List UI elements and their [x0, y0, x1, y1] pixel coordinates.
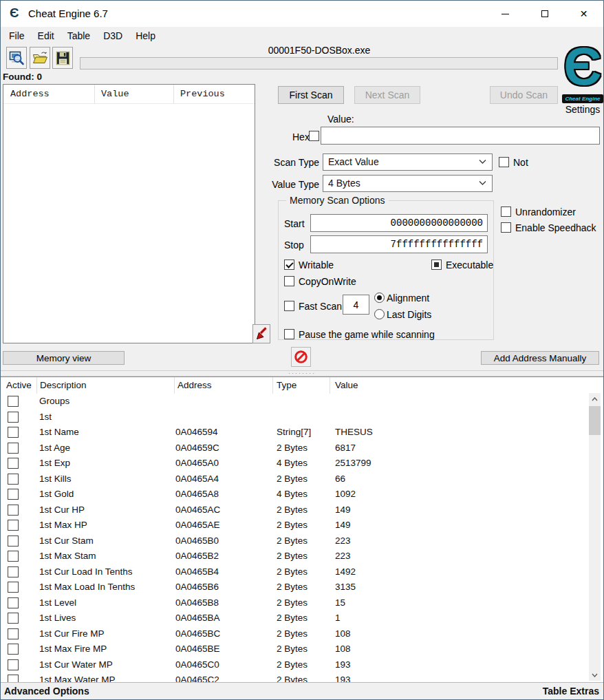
row-active-checkbox[interactable]	[8, 505, 19, 516]
table-row[interactable]: 1st Max Fire MP0A0465BE2 Bytes108	[1, 641, 590, 657]
copyonwrite-checkbox[interactable]	[284, 276, 294, 286]
table-row[interactable]: 1st Level0A0465B82 Bytes15	[1, 595, 590, 611]
maximize-button[interactable]	[525, 1, 564, 27]
col-value[interactable]: Value	[335, 380, 358, 390]
stop-scan-button[interactable]	[291, 347, 311, 367]
advanced-options-link[interactable]: Advanced Options	[4, 686, 89, 697]
alignment-radio[interactable]	[374, 293, 385, 303]
row-active-checkbox[interactable]	[8, 551, 19, 562]
start-address-input[interactable]	[310, 214, 488, 232]
row-active-checkbox[interactable]	[8, 566, 19, 577]
row-address: 0A0465BE	[175, 644, 220, 654]
row-type: 2 Bytes	[277, 644, 308, 654]
row-active-checkbox[interactable]	[8, 427, 19, 438]
menu-file[interactable]: File	[9, 30, 25, 41]
minimize-button[interactable]	[486, 1, 525, 27]
executable-checkbox[interactable]	[431, 259, 442, 270]
row-active-checkbox[interactable]	[8, 520, 19, 531]
row-active-checkbox[interactable]	[8, 628, 19, 639]
table-row[interactable]: 1st Cur Stam0A0465B02 Bytes223	[1, 533, 590, 549]
found-col-value[interactable]: Value	[101, 89, 129, 99]
table-row[interactable]: 1st Kills0A0465A42 Bytes66	[1, 471, 590, 487]
row-active-checkbox[interactable]	[8, 412, 19, 423]
col-address[interactable]: Address	[177, 380, 212, 390]
found-col-previous[interactable]: Previous	[180, 89, 225, 99]
found-col-address[interactable]: Address	[10, 89, 50, 99]
table-row[interactable]: 1st Cur Load In Tenths0A0465B42 Bytes149…	[1, 564, 590, 580]
row-active-checkbox[interactable]	[8, 535, 19, 547]
table-row[interactable]: 1st Age0A04659C2 Bytes6817	[1, 441, 590, 456]
row-value: 6817	[335, 443, 356, 453]
bottom-bar: Advanced Options Table Extras	[1, 682, 603, 700]
col-type[interactable]: Type	[277, 380, 296, 390]
row-active-checkbox[interactable]	[8, 597, 19, 608]
menu-table[interactable]: Table	[67, 30, 90, 41]
scroll-down-button[interactable]	[589, 669, 601, 681]
table-row[interactable]: 1st Exp0A0465A04 Bytes2513799	[1, 456, 590, 471]
col-description[interactable]: Description	[40, 380, 87, 390]
table-row[interactable]: 1st	[1, 410, 590, 425]
table-row[interactable]: 1st Cur Fire MP0A0465BC2 Bytes108	[1, 626, 590, 642]
found-count-label: Found: 0	[3, 72, 42, 82]
enable-speedhack-checkbox[interactable]	[501, 222, 511, 233]
value-type-select[interactable]: 4 Bytes	[323, 175, 493, 192]
row-active-checkbox[interactable]	[8, 644, 19, 655]
scroll-up-button[interactable]	[589, 393, 601, 405]
row-active-checkbox[interactable]	[8, 613, 19, 624]
row-active-checkbox[interactable]	[8, 396, 19, 407]
row-address: 0A046594	[175, 427, 218, 437]
table-extras-link[interactable]: Table Extras	[543, 686, 599, 697]
menu-help[interactable]: Help	[136, 30, 155, 41]
row-active-checkbox[interactable]	[8, 675, 19, 682]
row-active-checkbox[interactable]	[8, 458, 19, 469]
unrandomizer-checkbox[interactable]	[501, 206, 511, 217]
table-row[interactable]: Groups	[1, 394, 590, 410]
scan-type-select[interactable]: Exact Value	[323, 153, 493, 171]
row-active-checkbox[interactable]	[8, 659, 19, 670]
row-active-checkbox[interactable]	[8, 443, 19, 454]
splitter-handle[interactable]	[1, 370, 603, 376]
table-row[interactable]: 1st Gold0A0465A84 Bytes1092	[1, 487, 590, 502]
save-table-button[interactable]	[52, 47, 73, 69]
open-table-button[interactable]	[30, 47, 50, 69]
menu-edit[interactable]: Edit	[38, 30, 54, 41]
add-address-manually-button[interactable]: Add Address Manually	[481, 351, 599, 365]
scrollbar-thumb[interactable]	[589, 406, 601, 435]
next-scan-button[interactable]: Next Scan	[354, 86, 420, 104]
row-type: 2 Bytes	[277, 505, 308, 515]
table-row[interactable]: 1st Name0A046594String[7]THESUS	[1, 425, 590, 441]
table-row[interactable]: 1st Cur HP0A0465AC2 Bytes149	[1, 502, 590, 518]
row-address: 0A0465A0	[175, 458, 219, 468]
col-active[interactable]: Active	[6, 380, 32, 390]
memory-view-button[interactable]: Memory view	[3, 351, 125, 365]
table-row[interactable]: 1st Cur Water MP0A0465C02 Bytes193	[1, 657, 590, 673]
last-digits-radio[interactable]	[374, 309, 385, 319]
table-row[interactable]: 1st Max Water MP0A0465C22 Bytes193	[1, 672, 590, 682]
stop-address-input[interactable]	[310, 235, 488, 253]
first-scan-button[interactable]: First Scan	[278, 86, 344, 104]
row-address: 0A0465A8	[175, 489, 219, 499]
table-row[interactable]: 1st Max HP0A0465AE2 Bytes149	[1, 518, 590, 533]
undo-scan-button[interactable]: Undo Scan	[490, 86, 558, 104]
pause-game-checkbox[interactable]	[284, 329, 294, 339]
writable-checkbox[interactable]	[284, 259, 294, 270]
found-results-list[interactable]: Address Value Previous	[3, 84, 255, 343]
row-active-checkbox[interactable]	[8, 489, 19, 500]
add-selected-addresses-button[interactable]	[252, 324, 270, 343]
settings-link[interactable]: Settings	[561, 104, 604, 115]
menu-d3d[interactable]: D3D	[103, 30, 122, 41]
table-scrollbar[interactable]	[589, 393, 601, 681]
row-active-checkbox[interactable]	[8, 582, 19, 593]
value-input[interactable]	[321, 127, 600, 145]
select-process-button[interactable]	[6, 47, 27, 69]
row-active-checkbox[interactable]	[8, 474, 19, 485]
not-checkbox[interactable]	[499, 157, 509, 167]
fast-scan-checkbox[interactable]	[284, 301, 294, 311]
open-folder-icon	[32, 50, 48, 66]
table-row[interactable]: 1st Lives0A0465BA2 Bytes1	[1, 611, 590, 626]
hex-checkbox[interactable]	[309, 131, 319, 141]
close-button[interactable]: ✕	[564, 1, 603, 27]
table-row[interactable]: 1st Max Load In Tenths0A0465B62 Bytes313…	[1, 580, 590, 595]
table-row[interactable]: 1st Max Stam0A0465B22 Bytes223	[1, 549, 590, 564]
fast-scan-alignment-input[interactable]	[343, 295, 369, 315]
